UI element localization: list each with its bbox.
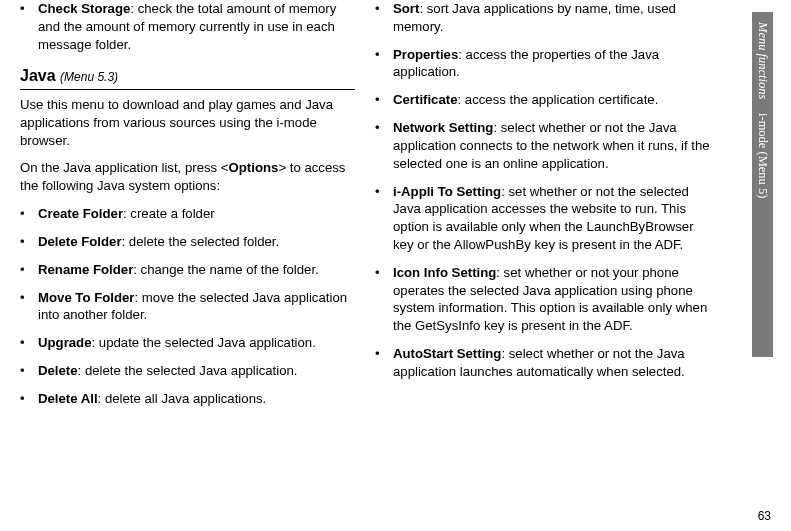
item-text: Move To Folder: move the selected Java a… — [38, 289, 355, 325]
item-desc: : delete all Java applications. — [98, 391, 267, 406]
item-desc: : delete the selected folder. — [122, 234, 280, 249]
item-label: Delete Folder — [38, 234, 122, 249]
item-label: Move To Folder — [38, 290, 134, 305]
list-item: • Upgrade: update the selected Java appl… — [20, 334, 355, 352]
item-label: Delete All — [38, 391, 98, 406]
list-item: • Delete: delete the selected Java appli… — [20, 362, 355, 380]
item-desc: : delete the selected Java application. — [78, 363, 298, 378]
bullet-icon: • — [20, 0, 38, 53]
item-label: Certificate — [393, 92, 458, 107]
text: On the Java application list, press < — [20, 160, 229, 175]
list-item: • Check Storage: check the total amount … — [20, 0, 355, 53]
paragraph: Use this menu to download and play games… — [20, 96, 355, 149]
item-text: Delete: delete the selected Java applica… — [38, 362, 355, 380]
item-text: Rename Folder: change the name of the fo… — [38, 261, 355, 279]
bullet-icon: • — [20, 334, 38, 352]
item-text: Upgrade: update the selected Java applic… — [38, 334, 355, 352]
item-label: Upgrade — [38, 335, 92, 350]
item-text: Icon Info Setting: set whether or not yo… — [393, 264, 710, 335]
bullet-icon: • — [375, 183, 393, 254]
list-item: • AutoStart Setting: select whether or n… — [375, 345, 710, 381]
bullet-icon: • — [375, 91, 393, 109]
side-tab-section: i-mode (Menu 5) — [755, 113, 770, 198]
bullet-icon: • — [375, 345, 393, 381]
item-label: Properties — [393, 47, 458, 62]
paragraph: On the Java application list, press <Opt… — [20, 159, 355, 195]
heading-text: Java — [20, 67, 56, 84]
bullet-icon: • — [375, 46, 393, 82]
bullet-icon: • — [20, 289, 38, 325]
bullet-icon: • — [20, 261, 38, 279]
item-desc: : change the name of the folder. — [133, 262, 319, 277]
list-item: • Network Setting: select whether or not… — [375, 119, 710, 172]
item-label: i-Appli To Setting — [393, 184, 501, 199]
item-label: Network Setting — [393, 120, 493, 135]
list-item: • Certificate: access the application ce… — [375, 91, 710, 109]
heading-rule — [20, 89, 355, 90]
item-text: Check Storage: check the total amount of… — [38, 0, 355, 53]
bullet-icon: • — [20, 205, 38, 223]
item-text: Create Folder: create a folder — [38, 205, 355, 223]
item-label: Icon Info Setting — [393, 265, 496, 280]
side-tab-chapter: Menu functions — [755, 22, 770, 99]
item-text: Sort: sort Java applications by name, ti… — [393, 0, 710, 36]
list-item: • Delete All: delete all Java applicatio… — [20, 390, 355, 408]
item-desc: : sort Java applications by name, time, … — [393, 1, 676, 34]
item-label: AutoStart Setting — [393, 346, 501, 361]
list-item: • Create Folder: create a folder — [20, 205, 355, 223]
list-item: • Sort: sort Java applications by name, … — [375, 0, 710, 36]
list-item: • Move To Folder: move the selected Java… — [20, 289, 355, 325]
page-number: 63 — [758, 509, 771, 523]
item-text: Properties: access the properties of the… — [393, 46, 710, 82]
item-desc: : access the application certificate. — [458, 92, 659, 107]
item-text: AutoStart Setting: select whether or not… — [393, 345, 710, 381]
list-item: • Icon Info Setting: set whether or not … — [375, 264, 710, 335]
bullet-icon: • — [375, 119, 393, 172]
list-item: • i-Appli To Setting: set whether or not… — [375, 183, 710, 254]
bullet-icon: • — [20, 233, 38, 251]
item-text: Network Setting: select whether or not t… — [393, 119, 710, 172]
list-item: • Delete Folder: delete the selected fol… — [20, 233, 355, 251]
item-text: Delete All: delete all Java applications… — [38, 390, 355, 408]
item-desc: : update the selected Java application. — [92, 335, 316, 350]
list-item: • Properties: access the properties of t… — [375, 46, 710, 82]
left-column: • Check Storage: check the total amount … — [10, 0, 365, 418]
menu-hint: (Menu 5.3) — [60, 70, 118, 84]
side-tab: Menu functions i-mode (Menu 5) — [752, 12, 773, 357]
item-label: Rename Folder — [38, 262, 133, 277]
item-label: Delete — [38, 363, 78, 378]
item-label: Check Storage — [38, 1, 130, 16]
page-content: • Check Storage: check the total amount … — [0, 0, 740, 418]
bullet-icon: • — [375, 264, 393, 335]
item-label: Create Folder — [38, 206, 123, 221]
options-key: Options — [229, 160, 279, 175]
list-item: • Rename Folder: change the name of the … — [20, 261, 355, 279]
item-text: i-Appli To Setting: set whether or not t… — [393, 183, 710, 254]
item-label: Sort — [393, 1, 419, 16]
java-heading: Java (Menu 5.3) — [20, 65, 355, 87]
item-text: Delete Folder: delete the selected folde… — [38, 233, 355, 251]
bullet-icon: • — [375, 0, 393, 36]
bullet-icon: • — [20, 362, 38, 380]
item-text: Certificate: access the application cert… — [393, 91, 710, 109]
bullet-icon: • — [20, 390, 38, 408]
item-desc: : create a folder — [123, 206, 215, 221]
right-column: • Sort: sort Java applications by name, … — [365, 0, 720, 418]
